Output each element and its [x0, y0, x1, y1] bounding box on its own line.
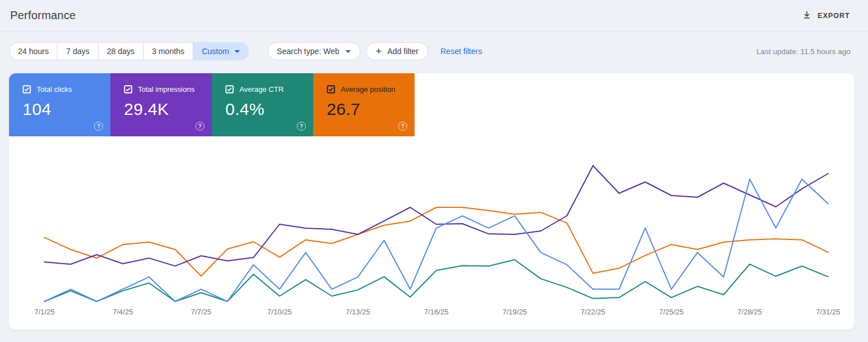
metric-card-label: Average position — [341, 85, 395, 94]
metric-card-label: Total clicks — [37, 85, 72, 94]
checkbox-checked-icon[interactable] — [225, 85, 234, 94]
date-range-selector: 24 hours7 days28 days3 monthsCustom — [9, 42, 249, 60]
page-header: Performance EXPORT — [0, 0, 868, 32]
checkbox-checked-icon[interactable] — [23, 85, 31, 94]
x-axis-tick-label: 7/22/25 — [581, 308, 605, 316]
help-icon[interactable]: ? — [94, 122, 103, 131]
x-axis-tick-label: 7/16/25 — [424, 308, 448, 316]
metric-card-total-impressions[interactable]: Total impressions29.4K? — [110, 73, 212, 136]
x-axis-tick-label: 7/13/25 — [346, 308, 370, 316]
x-axis-tick-label: 7/19/25 — [502, 308, 527, 316]
add-filter-label: Add filter — [388, 47, 419, 56]
date-range-label: 24 hours — [18, 47, 48, 56]
checkbox-checked-icon[interactable] — [124, 85, 132, 94]
metric-card-label: Average CTR — [239, 85, 284, 94]
add-filter-button[interactable]: + Add filter — [366, 42, 428, 60]
search-type-dropdown[interactable]: Search type: Web — [268, 42, 360, 60]
download-icon — [802, 10, 812, 21]
series-line-impressions — [44, 166, 828, 266]
date-range-custom[interactable]: Custom — [193, 42, 248, 60]
filter-toolbar: 24 hours7 days28 days3 monthsCustom Sear… — [0, 42, 868, 60]
metric-card-value: 26.7 — [327, 100, 415, 119]
search-type-label: Search type: Web — [277, 47, 340, 56]
series-line-clicks — [44, 179, 828, 301]
date-range-28-days[interactable]: 28 days — [99, 42, 144, 60]
metric-card-value: 0.4% — [225, 100, 313, 119]
export-button[interactable]: EXPORT — [802, 10, 850, 21]
metric-card-average-position[interactable]: Average position26.7? — [313, 73, 415, 136]
series-line-ctr — [44, 260, 828, 301]
date-range-label: Custom — [202, 47, 229, 56]
last-update-text: Last update: 11.5 hours ago — [756, 47, 851, 56]
date-range-label: 28 days — [107, 47, 135, 56]
x-axis-tick-label: 7/31/25 — [816, 308, 840, 316]
x-axis-tick-label: 7/25/25 — [659, 308, 683, 316]
help-icon[interactable]: ? — [398, 122, 407, 131]
chevron-down-icon — [345, 50, 351, 53]
date-range-label: 7 days — [66, 47, 89, 56]
help-icon[interactable]: ? — [195, 122, 204, 131]
series-line-position — [44, 207, 828, 276]
date-range-24-hours[interactable]: 24 hours — [9, 42, 57, 60]
plus-icon: + — [376, 46, 382, 56]
metric-card-label: Total impressions — [138, 85, 194, 94]
performance-line-chart[interactable]: 7/1/257/4/257/7/257/10/257/13/257/16/257… — [9, 136, 854, 330]
metric-card-total-clicks[interactable]: Total clicks104? — [9, 73, 110, 136]
date-range-3-months[interactable]: 3 months — [144, 42, 194, 60]
x-axis-tick-label: 7/4/25 — [113, 308, 133, 316]
page-title: Performance — [10, 9, 76, 22]
export-label: EXPORT — [818, 12, 850, 20]
date-range-7-days[interactable]: 7 days — [57, 42, 98, 60]
metric-cards-row: Total clicks104?Total impressions29.4K?A… — [9, 73, 854, 136]
x-axis-tick-label: 7/1/25 — [34, 308, 55, 316]
date-range-label: 3 months — [152, 47, 185, 56]
performance-chart-card: Total clicks104?Total impressions29.4K?A… — [9, 73, 854, 330]
x-axis-tick-label: 7/7/25 — [191, 308, 211, 316]
x-axis-tick-label: 7/10/25 — [268, 308, 292, 316]
metric-card-average-ctr[interactable]: Average CTR0.4%? — [212, 73, 313, 136]
metric-card-value: 104 — [23, 100, 110, 119]
x-axis-tick-label: 7/28/25 — [737, 308, 762, 316]
chevron-down-icon — [234, 50, 240, 53]
help-icon[interactable]: ? — [297, 122, 306, 131]
checkbox-checked-icon[interactable] — [327, 85, 335, 94]
reset-filters-link[interactable]: Reset filters — [440, 47, 482, 56]
metric-card-value: 29.4K — [124, 100, 212, 119]
